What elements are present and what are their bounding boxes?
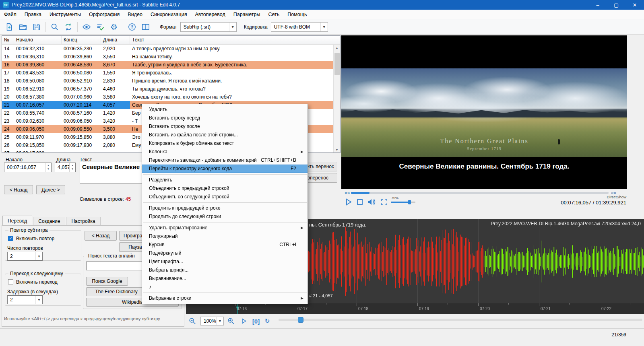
subtitle-row[interactable]: 1600:06:39,86000:06:48,5308,670Таабе, ут… bbox=[2, 61, 334, 69]
repeat-checkbox[interactable]: ✓ bbox=[8, 236, 13, 241]
cell-end: 00:09:06,050 bbox=[62, 117, 101, 125]
context-menu-item[interactable]: Продлить к предыдущей строке bbox=[142, 204, 308, 212]
menubar-item[interactable]: Помощь bbox=[283, 10, 311, 19]
close-button[interactable]: ✕ bbox=[625, 0, 644, 10]
context-menu-item[interactable]: Объединить со следующей строкой bbox=[142, 193, 308, 201]
column-header-number[interactable]: № bbox=[2, 36, 14, 44]
save-button[interactable] bbox=[30, 21, 43, 33]
menubar-item[interactable]: Синхронизация bbox=[147, 10, 191, 19]
scroll-down-icon[interactable]: ▼ bbox=[334, 146, 340, 153]
subtitle-row[interactable]: 1400:06:32,31000:06:35,2302,920А теперь … bbox=[2, 45, 334, 53]
scrollbar-thumb[interactable] bbox=[334, 53, 340, 75]
waveform-scrollbar[interactable] bbox=[279, 319, 642, 321]
context-menu-item[interactable]: Вставить строку перед bbox=[142, 114, 308, 122]
context-menu-item[interactable]: Подчёркнутый bbox=[142, 249, 308, 257]
panel-back-button[interactable]: < Назад bbox=[85, 231, 117, 241]
context-menu-item[interactable]: КурсивCTRL+I bbox=[142, 241, 308, 249]
waveform-scroll-thumb[interactable] bbox=[298, 317, 303, 323]
play-button[interactable] bbox=[344, 197, 353, 207]
help-button[interactable]: ? bbox=[126, 21, 138, 33]
context-menu-item[interactable]: Перейти к просмотру исходного кодаF2 bbox=[142, 165, 308, 173]
fullscreen-button[interactable] bbox=[379, 197, 389, 207]
tab-inactive[interactable]: Создание bbox=[33, 217, 65, 225]
format-combobox[interactable]: SubRip (.srt) ▼ bbox=[180, 22, 237, 32]
menubar-item[interactable]: Правка bbox=[21, 10, 45, 19]
layout-button[interactable] bbox=[139, 21, 152, 33]
play-from-zero-button[interactable]: [0] bbox=[250, 316, 262, 326]
duration-spinner[interactable]: 4,057 ▲▼ bbox=[55, 163, 76, 172]
context-menu-item[interactable]: Полужирный bbox=[142, 232, 308, 241]
context-menu-item[interactable]: Вставить из файла после этой строки... bbox=[142, 131, 308, 139]
google-search-button[interactable]: Поиск Google bbox=[86, 277, 128, 286]
subtitle-row[interactable]: 1900:06:52,91000:06:57,3704,460Ты правда… bbox=[2, 85, 334, 93]
replace-button[interactable] bbox=[62, 21, 75, 33]
context-menu-item[interactable]: Выбрать шрифт... bbox=[142, 266, 308, 274]
context-menu-item[interactable]: ♪ bbox=[142, 283, 308, 291]
next-checkbox[interactable] bbox=[8, 279, 13, 284]
context-menu-item[interactable]: Удалить bbox=[142, 105, 308, 114]
column-header-duration[interactable]: Длина bbox=[101, 36, 130, 44]
menubar-item[interactable]: Орфография bbox=[85, 10, 124, 19]
context-menu-item[interactable]: Цвет шрифта... bbox=[142, 257, 308, 266]
start-time-spinner[interactable]: 00:07:16,057 ▲▼ bbox=[4, 163, 52, 172]
repeat-count-combobox[interactable]: 2 ▼ bbox=[7, 252, 43, 261]
encoding-combobox[interactable]: UTF-8 with BOM ▼ bbox=[271, 22, 328, 32]
menubar-item[interactable]: Видео bbox=[124, 10, 147, 19]
svg-text:?: ? bbox=[131, 25, 133, 29]
column-header-end[interactable]: Конец bbox=[62, 36, 101, 44]
mute-button[interactable] bbox=[366, 197, 377, 207]
cell-end: 00:09:15,850 bbox=[62, 133, 101, 141]
spinner-arrows-icon[interactable]: ▲▼ bbox=[69, 163, 75, 172]
menubar-item[interactable]: Автоперевод bbox=[191, 10, 229, 19]
stop-button[interactable] bbox=[355, 197, 365, 207]
open-file-button[interactable] bbox=[17, 21, 29, 33]
visual-sync-button[interactable] bbox=[80, 21, 93, 33]
tab-active[interactable]: Перевод bbox=[2, 216, 32, 225]
context-menu-item[interactable]: Выравнивание... bbox=[142, 274, 308, 283]
context-menu-item[interactable]: Объединить с предыдущей строкой bbox=[142, 184, 308, 193]
settings-button[interactable]: ⚙ bbox=[107, 21, 120, 33]
zoom-combobox[interactable]: 100% ▼ bbox=[200, 317, 224, 325]
find-button[interactable] bbox=[48, 21, 61, 33]
context-menu-item[interactable]: Колонка▶ bbox=[142, 148, 308, 156]
context-menu-item[interactable]: Копировать в буфер обмена как текст bbox=[142, 139, 308, 148]
next-subtitle-button[interactable]: Далее > bbox=[36, 185, 65, 194]
zoom-out-button[interactable] bbox=[188, 316, 197, 326]
subtitle-row[interactable]: 1800:06:50,08000:06:52,9102,830Пришло вр… bbox=[2, 77, 334, 85]
free-dictionary-button[interactable]: The Free Dictionary bbox=[86, 287, 147, 296]
context-menu-item[interactable]: Переключить закладки - добавить коммента… bbox=[142, 156, 308, 165]
spell-check-button[interactable] bbox=[94, 21, 107, 33]
volume-slider[interactable] bbox=[391, 202, 415, 203]
context-menu-item[interactable]: Выбранные строки▶ bbox=[142, 294, 308, 303]
maximize-button[interactable]: ▢ bbox=[607, 0, 625, 10]
column-header-text[interactable]: Текст bbox=[130, 36, 334, 44]
context-menu-item[interactable]: Продлить до следующей строки bbox=[142, 212, 308, 221]
menubar-item[interactable]: Сеть bbox=[264, 10, 283, 19]
context-menu-item[interactable]: Разделить bbox=[142, 176, 308, 184]
waveform-play-button[interactable] bbox=[239, 316, 249, 326]
spinner-arrows-icon[interactable]: ▲▼ bbox=[45, 163, 51, 172]
tab-inactive[interactable]: Настройка bbox=[66, 217, 100, 225]
menubar-item[interactable]: Параметры bbox=[229, 10, 264, 19]
seek-back-icon[interactable]: «« bbox=[345, 190, 350, 196]
delay-combobox[interactable]: 2 ▼ bbox=[7, 295, 43, 304]
new-file-button[interactable] bbox=[3, 21, 16, 33]
context-menu-label: Удалить bbox=[149, 107, 167, 112]
menubar-item[interactable]: Инструменты bbox=[45, 10, 85, 19]
video-seekbar[interactable] bbox=[351, 192, 609, 194]
minimize-button[interactable]: – bbox=[588, 0, 607, 10]
column-header-start[interactable]: Начало bbox=[14, 36, 62, 44]
subtitle-row[interactable]: 1500:06:36,31000:06:39,8603,550На намочи… bbox=[2, 53, 334, 61]
context-menu-item[interactable]: Удалить форматирование▶ bbox=[142, 224, 308, 232]
video-player[interactable]: The Northern Great Plains September 1719… bbox=[341, 35, 627, 189]
prev-subtitle-button[interactable]: < Назад bbox=[4, 185, 33, 194]
subtitle-row[interactable]: 2000:06:57,38000:07:00,9603,580Хочешь ох… bbox=[2, 93, 334, 101]
scroll-up-icon[interactable]: ▲ bbox=[334, 45, 340, 51]
loop-button[interactable]: ↻ bbox=[262, 316, 272, 326]
volume-thumb[interactable] bbox=[408, 200, 411, 204]
context-menu-item[interactable]: Вставить строку после bbox=[142, 122, 308, 131]
subtitle-row[interactable]: 1700:06:48,53000:06:50,0801,550Я трениро… bbox=[2, 69, 334, 77]
menubar-item[interactable]: Файл bbox=[0, 10, 21, 19]
zoom-in-button[interactable] bbox=[226, 316, 236, 326]
vertical-scrollbar[interactable]: ▲ ▼ bbox=[333, 45, 340, 153]
